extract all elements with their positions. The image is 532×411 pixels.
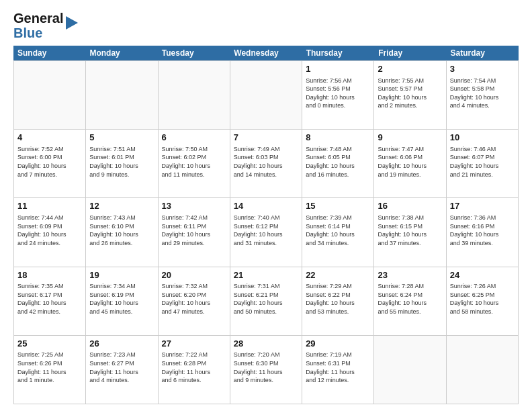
day-number: 2 [378,63,442,75]
day-info: Sunrise: 7:46 AM Sunset: 6:07 PM Dayligh… [450,145,515,179]
day-info: Sunrise: 7:31 AM Sunset: 6:21 PM Dayligh… [234,282,298,316]
day-number: 17 [450,200,515,212]
day-number: 3 [450,63,515,75]
day-info: Sunrise: 7:48 AM Sunset: 6:05 PM Dayligh… [306,145,370,179]
day-number: 11 [17,200,82,212]
day-info: Sunrise: 7:43 AM Sunset: 6:10 PM Dayligh… [89,214,154,247]
calendar-cell: 20Sunrise: 7:32 AM Sunset: 6:20 PM Dayli… [159,267,230,335]
day-number: 26 [89,338,154,350]
day-info: Sunrise: 7:38 AM Sunset: 6:15 PM Dayligh… [378,214,442,247]
calendar-header-cell: Saturday [447,46,519,60]
day-info: Sunrise: 7:42 AM Sunset: 6:11 PM Dayligh… [162,214,226,247]
day-info: Sunrise: 7:29 AM Sunset: 6:22 PM Dayligh… [306,282,370,316]
logo: General Blue [13,11,78,40]
calendar-cell [374,336,446,404]
day-info: Sunrise: 7:54 AM Sunset: 5:58 PM Dayligh… [450,77,515,110]
day-number: 8 [306,132,370,144]
calendar-cell: 3Sunrise: 7:54 AM Sunset: 5:58 PM Daylig… [447,61,519,129]
day-number: 12 [89,200,154,212]
calendar: SundayMondayTuesdayWednesdayThursdayFrid… [13,46,519,404]
day-info: Sunrise: 7:26 AM Sunset: 6:25 PM Dayligh… [450,282,515,316]
calendar-row: 11Sunrise: 7:44 AM Sunset: 6:09 PM Dayli… [13,198,519,267]
day-number: 4 [17,132,82,144]
calendar-cell: 8Sunrise: 7:48 AM Sunset: 6:05 PM Daylig… [302,130,374,197]
day-info: Sunrise: 7:52 AM Sunset: 6:00 PM Dayligh… [17,145,82,179]
calendar-cell: 10Sunrise: 7:46 AM Sunset: 6:07 PM Dayli… [447,130,519,197]
calendar-cell: 29Sunrise: 7:19 AM Sunset: 6:31 PM Dayli… [302,336,374,404]
calendar-cell: 16Sunrise: 7:38 AM Sunset: 6:15 PM Dayli… [374,198,446,266]
day-number: 14 [234,200,298,212]
day-info: Sunrise: 7:36 AM Sunset: 6:16 PM Dayligh… [450,214,515,247]
calendar-header-cell: Monday [85,46,157,60]
day-number: 23 [378,269,442,281]
calendar-row: 1Sunrise: 7:56 AM Sunset: 5:56 PM Daylig… [13,60,519,130]
day-info: Sunrise: 7:34 AM Sunset: 6:19 PM Dayligh… [89,282,154,316]
day-number: 18 [17,269,82,281]
calendar-body: 1Sunrise: 7:56 AM Sunset: 5:56 PM Daylig… [13,60,519,404]
calendar-cell: 9Sunrise: 7:47 AM Sunset: 6:06 PM Daylig… [374,130,446,197]
calendar-cell [230,61,302,129]
day-number: 6 [162,132,226,144]
day-info: Sunrise: 7:55 AM Sunset: 5:57 PM Dayligh… [378,77,442,110]
calendar-cell: 1Sunrise: 7:56 AM Sunset: 5:56 PM Daylig… [302,61,374,129]
calendar-cell: 12Sunrise: 7:43 AM Sunset: 6:10 PM Dayli… [86,198,158,266]
calendar-header-cell: Sunday [13,46,85,60]
calendar-cell: 7Sunrise: 7:49 AM Sunset: 6:03 PM Daylig… [230,130,302,197]
day-info: Sunrise: 7:23 AM Sunset: 6:27 PM Dayligh… [89,351,154,384]
day-info: Sunrise: 7:39 AM Sunset: 6:14 PM Dayligh… [306,214,370,247]
day-info: Sunrise: 7:22 AM Sunset: 6:28 PM Dayligh… [162,351,226,384]
day-info: Sunrise: 7:56 AM Sunset: 5:56 PM Dayligh… [306,77,370,110]
calendar-row: 25Sunrise: 7:25 AM Sunset: 6:26 PM Dayli… [13,336,519,404]
calendar-cell: 26Sunrise: 7:23 AM Sunset: 6:27 PM Dayli… [86,336,158,404]
calendar-cell [14,61,86,129]
day-info: Sunrise: 7:19 AM Sunset: 6:31 PM Dayligh… [306,351,370,384]
calendar-cell: 14Sunrise: 7:40 AM Sunset: 6:12 PM Dayli… [230,198,302,266]
day-number: 29 [306,338,370,350]
calendar-cell [86,61,158,129]
calendar-header-cell: Thursday [302,46,374,60]
day-number: 21 [234,269,298,281]
calendar-cell: 28Sunrise: 7:20 AM Sunset: 6:30 PM Dayli… [230,336,302,404]
day-number: 7 [234,132,298,144]
calendar-cell: 21Sunrise: 7:31 AM Sunset: 6:21 PM Dayli… [230,267,302,335]
calendar-cell: 4Sunrise: 7:52 AM Sunset: 6:00 PM Daylig… [14,130,86,197]
calendar-header: SundayMondayTuesdayWednesdayThursdayFrid… [13,46,519,60]
calendar-row: 4Sunrise: 7:52 AM Sunset: 6:00 PM Daylig… [13,130,519,198]
calendar-cell [447,336,519,404]
day-number: 5 [89,132,154,144]
calendar-header-cell: Tuesday [158,46,230,60]
calendar-cell: 6Sunrise: 7:50 AM Sunset: 6:02 PM Daylig… [159,130,230,197]
day-number: 25 [17,338,82,350]
calendar-cell [159,61,230,129]
day-info: Sunrise: 7:40 AM Sunset: 6:12 PM Dayligh… [234,214,298,247]
calendar-cell: 17Sunrise: 7:36 AM Sunset: 6:16 PM Dayli… [447,198,519,266]
calendar-cell: 23Sunrise: 7:28 AM Sunset: 6:24 PM Dayli… [374,267,446,335]
day-number: 19 [89,269,154,281]
day-number: 15 [306,200,370,212]
calendar-cell: 13Sunrise: 7:42 AM Sunset: 6:11 PM Dayli… [159,198,230,266]
day-number: 10 [450,132,515,144]
day-info: Sunrise: 7:32 AM Sunset: 6:20 PM Dayligh… [162,282,226,316]
calendar-cell: 15Sunrise: 7:39 AM Sunset: 6:14 PM Dayli… [302,198,374,266]
header: General Blue [13,11,519,40]
logo-blue: Blue [13,26,63,40]
calendar-cell: 2Sunrise: 7:55 AM Sunset: 5:57 PM Daylig… [374,61,446,129]
day-info: Sunrise: 7:51 AM Sunset: 6:01 PM Dayligh… [89,145,154,179]
day-info: Sunrise: 7:35 AM Sunset: 6:17 PM Dayligh… [17,282,82,316]
logo-general: General [13,11,63,26]
day-number: 27 [162,338,226,350]
day-info: Sunrise: 7:50 AM Sunset: 6:02 PM Dayligh… [162,145,226,179]
logo-arrow-icon [66,16,78,30]
day-number: 28 [234,338,298,350]
calendar-cell: 5Sunrise: 7:51 AM Sunset: 6:01 PM Daylig… [86,130,158,197]
day-number: 13 [162,200,226,212]
day-number: 16 [378,200,442,212]
calendar-header-cell: Wednesday [230,46,302,60]
day-info: Sunrise: 7:25 AM Sunset: 6:26 PM Dayligh… [17,351,82,384]
calendar-cell: 27Sunrise: 7:22 AM Sunset: 6:28 PM Dayli… [159,336,230,404]
day-info: Sunrise: 7:44 AM Sunset: 6:09 PM Dayligh… [17,214,82,247]
calendar-page: General Blue SundayMondayTuesdayWednesda… [0,0,532,411]
day-info: Sunrise: 7:20 AM Sunset: 6:30 PM Dayligh… [234,351,298,384]
day-number: 24 [450,269,515,281]
day-number: 1 [306,63,370,75]
